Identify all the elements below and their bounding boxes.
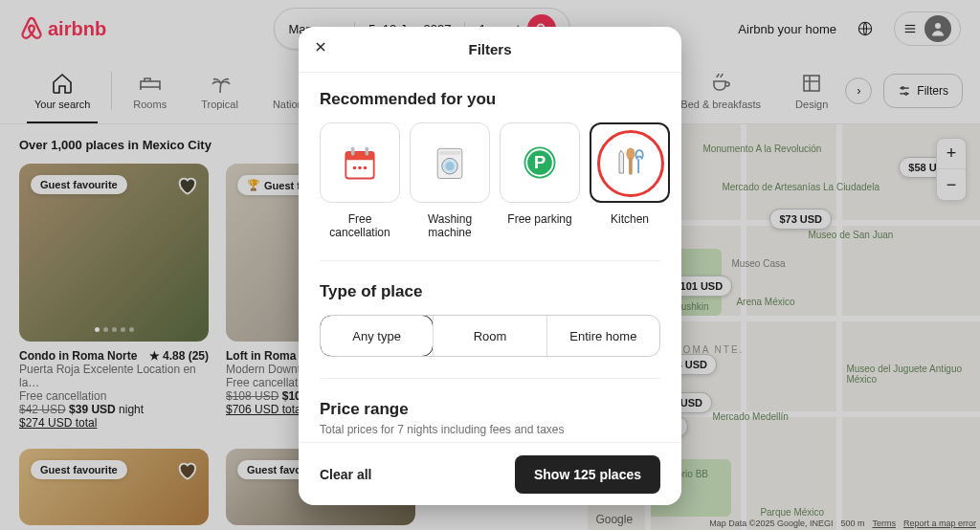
type-title: Type of place	[320, 282, 660, 301]
price-subtitle: Total prices for 7 nights including fees…	[320, 423, 660, 436]
clear-all[interactable]: Clear all	[320, 467, 371, 482]
filter-kitchen[interactable]: Kitchen	[590, 122, 670, 239]
svg-rect-30	[629, 158, 633, 175]
close-icon[interactable]	[314, 40, 327, 56]
svg-point-20	[358, 166, 362, 170]
svg-point-21	[364, 166, 368, 170]
filter-free-cancellation[interactable]: Free cancellation	[320, 122, 400, 239]
svg-rect-16	[345, 152, 373, 160]
recommended-title: Recommended for you	[320, 90, 660, 109]
type-segmented: Any type Room Entire home	[320, 315, 660, 357]
price-title: Price range	[320, 400, 660, 419]
show-places-button[interactable]: Show 125 places	[515, 455, 660, 494]
type-any[interactable]: Any type	[320, 315, 434, 357]
modal-title: Filters	[468, 41, 511, 57]
svg-rect-25	[439, 151, 460, 155]
filter-washing-machine[interactable]: Washing machine	[410, 122, 490, 239]
svg-text:P: P	[534, 152, 546, 172]
type-room[interactable]: Room	[433, 316, 546, 356]
svg-point-24	[445, 162, 454, 170]
type-entire[interactable]: Entire home	[546, 316, 659, 356]
svg-rect-18	[366, 147, 369, 156]
svg-rect-17	[351, 147, 355, 156]
svg-point-19	[353, 166, 357, 170]
filters-modal: Filters Recommended for you Free cancell…	[299, 27, 681, 505]
filter-free-parking[interactable]: P Free parking	[500, 122, 580, 239]
